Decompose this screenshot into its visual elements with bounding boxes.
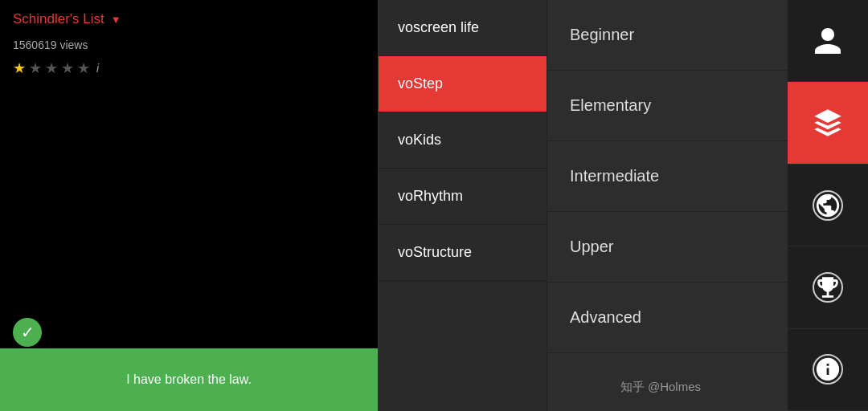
level-label-upper: Upper xyxy=(570,238,613,256)
trophy-icon-btn[interactable] xyxy=(788,246,868,328)
menu-item-label-vorhythm: voRhythm xyxy=(398,188,463,205)
trophy-icon-circle xyxy=(813,272,843,303)
globe-icon-circle xyxy=(813,190,843,221)
movie-title[interactable]: Schindler's List xyxy=(13,11,104,27)
globe-icon-btn[interactable] xyxy=(788,165,868,246)
menu-item-vostep[interactable]: voStep xyxy=(379,56,547,112)
views-count: 1560619 views xyxy=(0,39,378,56)
info-icon-circle xyxy=(813,354,843,385)
level-label-elementary: Elementary xyxy=(570,96,651,115)
watermark: 知乎 @Holmes xyxy=(620,380,701,395)
globe-icon xyxy=(814,189,841,222)
left-panel: Schindler's List ▼ 1560619 views ★ ★ ★ ★… xyxy=(0,0,378,411)
level-item-elementary[interactable]: Elementary xyxy=(547,71,788,141)
level-item-upper[interactable]: Upper xyxy=(547,212,788,283)
layers-icon-btn[interactable] xyxy=(788,82,868,164)
level-item-beginner[interactable]: Beginner xyxy=(547,0,788,71)
menu-item-label-voscreen-life: voscreen life xyxy=(398,19,479,36)
trophy-icon xyxy=(814,271,841,303)
checkmark-circle: ✓ xyxy=(13,318,42,347)
menu-item-voscreen-life[interactable]: voscreen life xyxy=(379,0,547,56)
menu-item-vokids[interactable]: voKids xyxy=(379,112,547,169)
menu-item-label-vostructure: voStructure xyxy=(398,244,472,261)
star-1: ★ xyxy=(13,59,26,77)
level-label-beginner: Beginner xyxy=(570,26,634,44)
layers-icon xyxy=(812,107,844,139)
level-label-intermediate: Intermediate xyxy=(570,167,659,185)
star-2: ★ xyxy=(29,59,42,77)
level-item-advanced[interactable]: Advanced xyxy=(547,283,788,353)
menu-item-vorhythm[interactable]: voRhythm xyxy=(379,169,547,225)
info-text-icon: i xyxy=(96,62,99,75)
profile-icon-btn[interactable] xyxy=(788,0,868,82)
level-item-intermediate[interactable]: Intermediate xyxy=(547,141,788,212)
stars-row: ★ ★ ★ ★ ★ i xyxy=(0,56,378,80)
checkmark-area: ✓ xyxy=(13,318,42,347)
movie-title-bar: Schindler's List ▼ xyxy=(0,0,378,39)
menu-panel-right: Beginner Elementary Intermediate Upper A… xyxy=(547,0,788,411)
menu-item-vostructure[interactable]: voStructure xyxy=(379,225,547,281)
menu-panel-left: voscreen life voStep voKids voRhythm voS… xyxy=(378,0,547,411)
menu-item-label-vokids: voKids xyxy=(398,132,441,149)
info-icon-btn[interactable] xyxy=(788,329,868,411)
subtitle-text: I have broken the law. xyxy=(126,372,252,387)
right-panel xyxy=(788,0,868,411)
star-3: ★ xyxy=(45,59,58,77)
star-5: ★ xyxy=(77,59,90,77)
middle-section: voscreen life voStep voKids voRhythm voS… xyxy=(378,0,788,411)
info-icon xyxy=(814,353,841,385)
person-icon xyxy=(812,25,844,57)
level-label-advanced: Advanced xyxy=(570,308,641,327)
dropdown-icon[interactable]: ▼ xyxy=(111,14,121,26)
star-4: ★ xyxy=(61,59,74,77)
subtitle-bar: I have broken the law. xyxy=(0,348,378,411)
menu-item-label-vostep: voStep xyxy=(398,75,443,92)
